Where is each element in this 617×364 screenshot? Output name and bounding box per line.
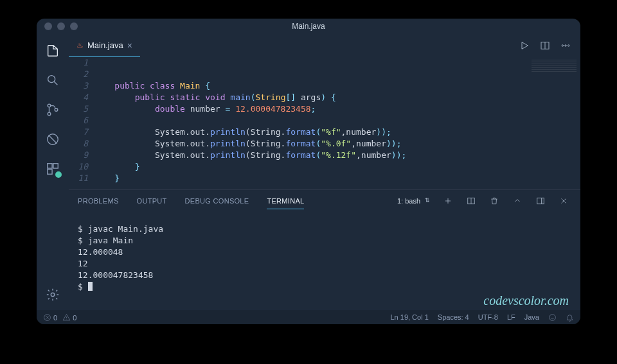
status-indentation[interactable]: Spaces: 4 — [438, 313, 469, 321]
svg-point-0 — [48, 76, 55, 83]
editor-tabs: ♨ Main.java × — [69, 34, 580, 57]
more-actions-icon[interactable] — [560, 40, 571, 51]
svg-point-11 — [565, 45, 566, 46]
status-language[interactable]: Java — [524, 313, 539, 321]
source-control-icon[interactable] — [45, 102, 60, 117]
svg-point-12 — [568, 45, 569, 46]
svg-point-2 — [48, 112, 51, 116]
toggle-panel-icon[interactable] — [533, 193, 548, 209]
kill-terminal-icon[interactable] — [487, 193, 502, 209]
zoom-traffic[interactable] — [70, 22, 78, 30]
svg-rect-14 — [537, 198, 544, 204]
status-bar: 0 0 Ln 19, Col 1 Spaces: 4 UTF-8 LF Java — [37, 310, 580, 324]
close-traffic[interactable] — [44, 22, 52, 30]
svg-point-16 — [550, 314, 556, 320]
java-file-icon: ♨ — [76, 41, 84, 50]
code-editor[interactable]: 1234567891011 public class Main { public… — [69, 57, 580, 189]
explorer-icon[interactable] — [45, 43, 60, 58]
split-editor-icon[interactable] — [539, 40, 551, 51]
code-content: public class Main { public static void m… — [94, 57, 580, 189]
close-panel-icon[interactable] — [556, 193, 571, 209]
status-encoding[interactable]: UTF-8 — [478, 313, 498, 321]
watermark: codevscolor.com — [483, 295, 569, 306]
tab-main-java[interactable]: ♨ Main.java × — [69, 34, 140, 57]
minimize-traffic[interactable] — [57, 22, 65, 30]
search-icon[interactable] — [45, 73, 60, 88]
terminal-shell-select[interactable]: 1: bash — [393, 196, 433, 206]
maximize-panel-icon[interactable] — [510, 193, 525, 209]
editor-actions — [519, 40, 580, 51]
close-tab-icon[interactable]: × — [127, 40, 132, 51]
notifications-bell-icon[interactable] — [566, 313, 574, 322]
tab-output[interactable]: OUTPUT — [137, 197, 167, 205]
split-terminal-icon[interactable] — [463, 193, 479, 209]
terminal-cursor — [88, 282, 93, 291]
svg-rect-5 — [48, 164, 52, 168]
new-terminal-icon[interactable] — [440, 193, 456, 209]
extensions-icon[interactable] — [45, 161, 60, 177]
svg-point-8 — [51, 293, 55, 297]
svg-point-1 — [48, 104, 51, 107]
run-icon[interactable] — [519, 40, 530, 51]
panel-tabs: PROBLEMS OUTPUT DEBUG CONSOLE TERMINAL 1… — [69, 190, 580, 212]
status-cursor-pos[interactable]: Ln 19, Col 1 — [390, 313, 428, 321]
titlebar: Main.java — [37, 19, 580, 34]
line-gutter: 1234567891011 — [69, 57, 94, 189]
body: ♨ Main.java × 1234567891011 public class… — [37, 34, 580, 310]
status-warnings[interactable]: 0 — [62, 313, 76, 322]
status-errors[interactable]: 0 — [43, 313, 57, 322]
tab-filename: Main.java — [87, 40, 123, 50]
main-area: ♨ Main.java × 1234567891011 public class… — [69, 34, 580, 310]
terminal-content[interactable]: $ javac Main.java $ java Main 12.000048 … — [69, 212, 580, 310]
traffic-lights — [37, 22, 78, 30]
tab-problems[interactable]: PROBLEMS — [78, 197, 119, 205]
status-eol[interactable]: LF — [507, 313, 515, 321]
svg-point-3 — [55, 108, 58, 112]
tab-terminal[interactable]: TERMINAL — [267, 197, 304, 209]
editor-window: Main.java ♨ Main.java × — [37, 19, 580, 324]
window-title: Main.java — [292, 22, 325, 31]
feedback-icon[interactable] — [548, 313, 557, 322]
svg-rect-7 — [48, 169, 52, 174]
debug-icon[interactable] — [45, 132, 60, 147]
panel-actions: 1: bash — [393, 193, 571, 209]
svg-point-10 — [562, 45, 563, 46]
svg-rect-6 — [53, 164, 58, 168]
minimap[interactable] — [532, 60, 577, 73]
activity-bar — [37, 34, 69, 310]
bottom-panel: PROBLEMS OUTPUT DEBUG CONSOLE TERMINAL 1… — [69, 189, 580, 310]
tab-debug-console[interactable]: DEBUG CONSOLE — [185, 197, 249, 205]
settings-gear-icon[interactable] — [45, 287, 60, 302]
